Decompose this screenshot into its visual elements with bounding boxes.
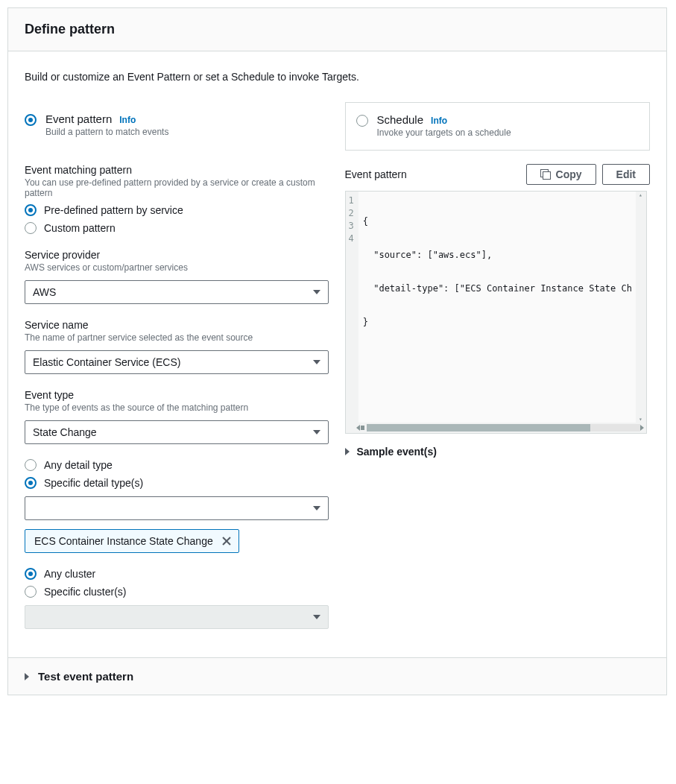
edit-button[interactable]: Edit bbox=[602, 164, 650, 185]
sample-events-expander[interactable]: Sample event(s) bbox=[345, 446, 651, 458]
code-line: "detail-type": ["ECS Container Instance … bbox=[363, 282, 642, 295]
line-number: 4 bbox=[349, 233, 354, 245]
cluster-select bbox=[25, 605, 329, 629]
chevron-down-icon bbox=[313, 360, 320, 364]
matching-title: Event matching pattern bbox=[25, 164, 330, 176]
scroll-left-icon bbox=[356, 425, 360, 431]
provider-value: AWS bbox=[33, 286, 56, 298]
service-name-group: Service name The name of partner service… bbox=[25, 319, 330, 374]
code-gutter: 1 2 3 4 bbox=[346, 192, 358, 433]
radio-predefined-pattern[interactable]: Pre-defined pattern by service bbox=[25, 204, 330, 216]
preview-title: Event pattern bbox=[345, 168, 407, 180]
service-name-help: The name of partner service selected as … bbox=[25, 332, 330, 343]
cluster-group: Any cluster Specific cluster(s) bbox=[25, 568, 330, 629]
radio-schedule[interactable] bbox=[356, 115, 368, 127]
line-number: 2 bbox=[349, 207, 354, 220]
radio-icon bbox=[25, 222, 37, 234]
service-name-title: Service name bbox=[25, 319, 330, 331]
option-schedule-title: Schedule bbox=[377, 113, 424, 126]
option-schedule[interactable]: Schedule Info Invoke your targets on a s… bbox=[345, 102, 651, 151]
line-number: 1 bbox=[349, 195, 354, 207]
radio-custom-pattern[interactable]: Custom pattern bbox=[25, 222, 330, 234]
scroll-right-icon bbox=[640, 425, 644, 431]
chevron-right-icon bbox=[25, 673, 29, 680]
info-link[interactable]: Info bbox=[431, 116, 447, 126]
scroll-track[interactable] bbox=[367, 424, 640, 431]
event-pattern-code[interactable]: 1 2 3 4 { "source": ["aws.ecs"], "detail… bbox=[345, 191, 647, 434]
chevron-down-icon bbox=[313, 290, 320, 294]
close-icon[interactable] bbox=[221, 535, 233, 547]
radio-label: Any cluster bbox=[44, 568, 95, 580]
event-type-help: The type of events as the source of the … bbox=[25, 402, 330, 413]
event-matching-pattern-group: Event matching pattern You can use pre-d… bbox=[25, 164, 330, 234]
code-line: } bbox=[363, 316, 642, 329]
scroll-down-icon: ▾ bbox=[639, 416, 642, 423]
radio-icon bbox=[25, 204, 37, 216]
event-type-title: Event type bbox=[25, 389, 330, 401]
define-pattern-panel: Define pattern Build or customize an Eve… bbox=[7, 7, 667, 695]
line-number: 3 bbox=[349, 220, 354, 233]
panel-description: Build or customize an Event Pattern or s… bbox=[25, 71, 650, 83]
code-content: { "source": ["aws.ecs"], "detail-type": … bbox=[358, 192, 646, 433]
edit-label: Edit bbox=[616, 168, 636, 180]
preview-column: Event pattern Copy Edit 1 2 bbox=[345, 164, 651, 632]
form-column: Event matching pattern You can use pre-d… bbox=[25, 164, 330, 632]
option-schedule-sub: Invoke your targets on a schedule bbox=[377, 127, 511, 138]
chevron-down-icon bbox=[313, 506, 320, 510]
code-line: "source": ["aws.ecs"], bbox=[363, 249, 642, 262]
provider-select[interactable]: AWS bbox=[25, 280, 329, 304]
radio-icon bbox=[25, 459, 37, 471]
test-event-pattern-expander[interactable]: Test event pattern bbox=[25, 670, 650, 683]
scroll-left-controls bbox=[346, 425, 367, 431]
service-provider-group: Service provider AWS services or custom/… bbox=[25, 249, 330, 304]
radio-icon bbox=[25, 477, 37, 489]
option-event-pattern[interactable]: Event pattern Info Build a pattern to ma… bbox=[25, 102, 330, 149]
radio-label: Any detail type bbox=[44, 459, 113, 471]
scroll-up-icon: ▴ bbox=[639, 192, 642, 198]
matching-help: You can use pre-defined pattern provided… bbox=[25, 177, 330, 198]
detail-type-select[interactable] bbox=[25, 496, 329, 520]
radio-any-detail-type[interactable]: Any detail type bbox=[25, 459, 330, 471]
test-event-pattern-label: Test event pattern bbox=[38, 670, 133, 683]
chevron-right-icon bbox=[345, 448, 350, 455]
provider-help: AWS services or custom/partner services bbox=[25, 262, 330, 273]
panel-title: Define pattern bbox=[25, 22, 650, 37]
radio-label: Pre-defined pattern by service bbox=[44, 204, 183, 216]
panel-footer: Test event pattern bbox=[8, 657, 666, 695]
chevron-down-icon bbox=[313, 430, 320, 434]
radio-specific-cluster[interactable]: Specific cluster(s) bbox=[25, 586, 330, 598]
event-type-select[interactable]: State Change bbox=[25, 420, 329, 444]
option-event-pattern-title: Event pattern bbox=[45, 113, 112, 125]
code-line: { bbox=[363, 215, 642, 228]
detail-type-token: ECS Container Instance State Change bbox=[25, 529, 239, 553]
panel-body: Build or customize an Event Pattern or s… bbox=[8, 51, 666, 657]
scroll-block-icon bbox=[361, 426, 364, 430]
service-name-value: Elastic Container Service (ECS) bbox=[33, 356, 180, 368]
preview-header: Event pattern Copy Edit bbox=[345, 164, 651, 185]
sample-events-label: Sample event(s) bbox=[357, 446, 437, 458]
vertical-scrollbar[interactable]: ▴ ▾ bbox=[636, 192, 646, 423]
copy-label: Copy bbox=[556, 168, 582, 180]
copy-button[interactable]: Copy bbox=[526, 164, 596, 185]
scroll-thumb[interactable] bbox=[367, 424, 591, 431]
chevron-down-icon bbox=[313, 615, 320, 619]
radio-label: Custom pattern bbox=[44, 222, 116, 234]
detail-type-group: Any detail type Specific detail type(s) … bbox=[25, 459, 330, 553]
radio-any-cluster[interactable]: Any cluster bbox=[25, 568, 330, 580]
info-link[interactable]: Info bbox=[119, 115, 136, 125]
radio-icon bbox=[25, 568, 37, 580]
radio-event-pattern[interactable] bbox=[25, 114, 37, 126]
radio-label: Specific cluster(s) bbox=[44, 586, 126, 598]
schedule-or-pattern-row: Event pattern Info Build a pattern to ma… bbox=[25, 102, 650, 151]
provider-title: Service provider bbox=[25, 249, 330, 261]
panel-header: Define pattern bbox=[8, 8, 666, 51]
event-type-group: Event type The type of events as the sou… bbox=[25, 389, 330, 444]
radio-label: Specific detail type(s) bbox=[44, 477, 143, 489]
radio-icon bbox=[25, 586, 37, 598]
horizontal-scrollbar[interactable] bbox=[346, 423, 646, 433]
preview-buttons: Copy Edit bbox=[526, 164, 650, 185]
copy-icon bbox=[540, 169, 551, 180]
service-name-select[interactable]: Elastic Container Service (ECS) bbox=[25, 350, 329, 374]
option-event-pattern-sub: Build a pattern to match events bbox=[45, 127, 168, 137]
radio-specific-detail-type[interactable]: Specific detail type(s) bbox=[25, 477, 330, 489]
